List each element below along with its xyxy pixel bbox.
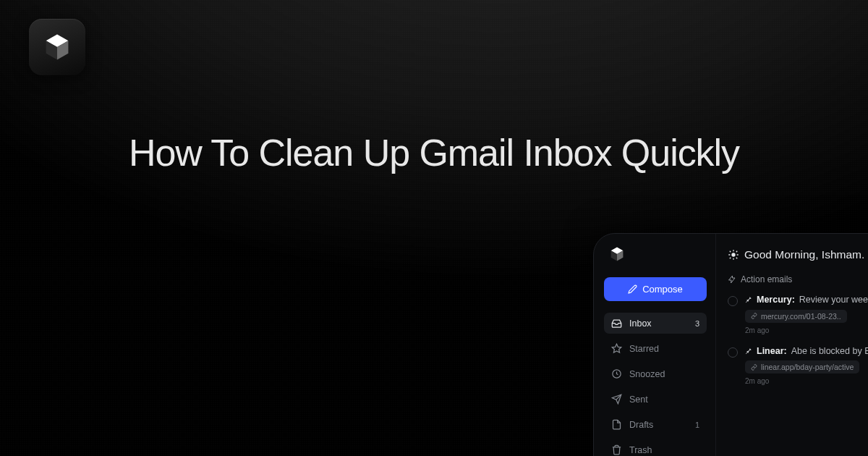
email-sender: Linear: [757,346,787,356]
sidebar-item-count: 1 [695,421,699,429]
email-content: Mercury: Review your weekly spe mercury.… [745,295,868,334]
email-subject: Abe is blocked by BDAY-23 [791,346,868,356]
app-window: Compose Inbox 3 Starred Snoozed Se [593,233,868,456]
file-icon [611,419,622,430]
inbox-icon [611,318,622,329]
email-content: Linear: Abe is blocked by BDAY-23 linear… [745,346,868,386]
svg-line-6 [736,258,737,258]
main-pane: Good Morning, Ishmam. Action emails Merc… [715,234,868,456]
sidebar-item-snoozed[interactable]: Snoozed [604,363,707,384]
compose-label: Compose [642,284,683,295]
send-icon [611,394,622,405]
email-row[interactable]: Linear: Abe is blocked by BDAY-23 linear… [728,346,868,386]
star-icon [611,343,622,354]
sidebar: Compose Inbox 3 Starred Snoozed Se [594,234,715,456]
sidebar-item-drafts[interactable]: Drafts 1 [604,414,707,435]
greeting: Good Morning, Ishmam. [728,248,868,261]
email-link-chip[interactable]: linear.app/bday-party/active [745,360,859,373]
email-timestamp: 2m ago [745,377,868,385]
sidebar-item-label: Snoozed [629,369,699,379]
chip-text: mercury.com/01-08-23.. [761,312,841,321]
sidebar-item-label: Inbox [629,318,688,329]
greeting-text: Good Morning, Ishmam. [744,248,864,261]
sidebar-logo [608,245,626,263]
sidebar-item-label: Sent [629,394,699,405]
email-timestamp: 2m ago [745,326,868,334]
sidebar-item-label: Trash [629,445,699,455]
cube-logo-icon [41,31,73,63]
sidebar-item-trash[interactable]: Trash [604,439,707,456]
email-link-chip[interactable]: mercury.com/01-08-23.. [745,310,847,323]
chip-text: linear.app/bday-party/active [761,363,854,371]
email-sender: Mercury: [757,295,795,305]
section-header: Action emails [728,274,868,284]
section-title: Action emails [741,274,792,284]
svg-line-10 [736,251,737,252]
email-select-radio[interactable] [728,296,738,306]
compose-button[interactable]: Compose [604,277,707,301]
sun-icon [728,249,739,261]
svg-line-5 [730,251,731,252]
svg-point-2 [731,253,735,256]
svg-line-9 [730,258,731,258]
link-icon [751,364,757,371]
pencil-icon [628,284,637,294]
pin-icon [745,347,752,355]
svg-marker-0 [612,344,621,352]
sidebar-item-label: Starred [629,344,699,354]
trash-icon [611,444,622,455]
email-select-radio[interactable] [728,347,738,358]
clock-icon [611,368,622,379]
sidebar-item-inbox[interactable]: Inbox 3 [604,313,707,334]
email-subject: Review your weekly spe [799,295,868,305]
cube-logo-icon [608,245,626,263]
sidebar-item-starred[interactable]: Starred [604,338,707,359]
email-row[interactable]: Mercury: Review your weekly spe mercury.… [728,295,868,334]
link-icon [751,313,757,319]
app-logo-badge [29,19,85,75]
sidebar-item-sent[interactable]: Sent [604,389,707,410]
bolt-icon [728,275,736,284]
sidebar-item-label: Drafts [629,420,688,430]
pin-icon [745,296,752,303]
sidebar-item-count: 3 [695,319,699,328]
page-title: How To Clean Up Gmail Inbox Quickly [109,130,760,175]
